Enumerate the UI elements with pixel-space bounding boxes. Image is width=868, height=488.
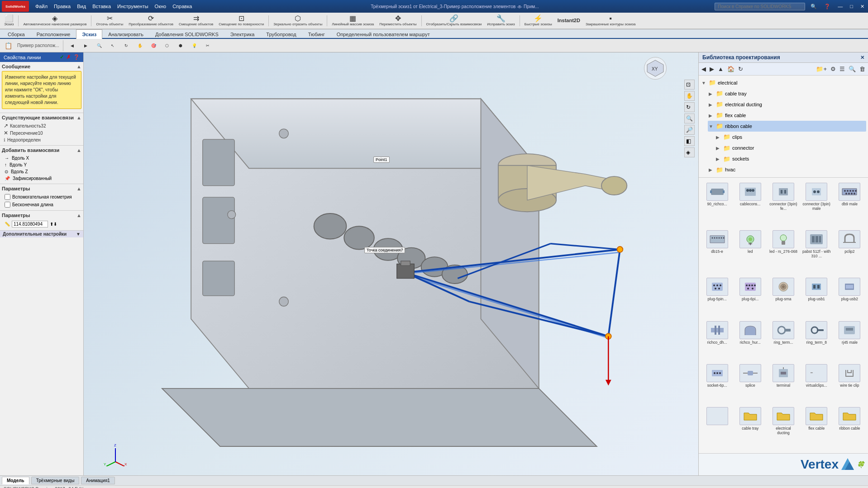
comp-pabst512f[interactable]: pabst 512f - with 310 ... — [801, 228, 832, 274]
comp-db9male[interactable]: db9 male — [834, 180, 865, 226]
convert-entities-button[interactable]: ⟳ Преобразование объектов — [126, 14, 176, 28]
lib-home-button[interactable]: 🏠 — [726, 64, 736, 74]
comp-led-rs[interactable]: led - rs_276-068 — [768, 228, 799, 274]
tab-routing[interactable]: Определенный пользователем маршрут — [331, 29, 436, 39]
rotate-button[interactable]: ↻ — [684, 102, 695, 112]
comp-terminal[interactable]: terminal — [768, 362, 799, 403]
menu-insert[interactable]: Вставка — [90, 3, 114, 10]
confirm-button[interactable]: ✓ — [60, 54, 64, 60]
infinite-length-checkbox[interactable] — [5, 202, 10, 208]
comp-flex-cable-folder[interactable]: flex cable — [801, 405, 832, 450]
param-value-input[interactable] — [12, 221, 48, 227]
tree-electrical-ducting[interactable]: ▶ 📁 electrical ducting — [708, 99, 866, 110]
menu-file[interactable]: Файл — [33, 3, 50, 10]
search-icon[interactable]: 🔍 — [809, 4, 819, 9]
tab-3d-views[interactable]: Трёхмерные виды — [31, 477, 80, 484]
menu-edit[interactable]: Правка — [51, 3, 73, 10]
add-relations-collapse[interactable]: ▲ — [76, 147, 81, 153]
tab-electrical[interactable]: Электрика — [224, 29, 261, 39]
vp-pan[interactable]: ✋ — [134, 42, 146, 49]
lib-search-button[interactable]: 🔍 — [847, 64, 857, 74]
cancel-button[interactable]: ✗ — [67, 54, 71, 60]
existing-relations-collapse[interactable]: ▲ — [76, 115, 81, 120]
linear-pattern-button[interactable]: ▦ Линейный массив эскиза — [329, 14, 376, 28]
feature-tree-toggle[interactable]: 📋 — [2, 41, 14, 51]
message-collapse[interactable]: ▲ — [76, 64, 81, 69]
minimize-button[interactable]: — — [836, 4, 844, 9]
comp-cable-tray-folder[interactable]: cable tray — [734, 405, 766, 450]
tree-connector[interactable]: ▶ 📁 connector — [715, 143, 866, 154]
viewport[interactable]: Point1 Точка соединения7 XY ⊡ ✋ ↻ 🔍 🔎 ◧ … — [84, 52, 698, 475]
along-x-item[interactable]: → Вдоль X — [2, 155, 81, 161]
comp-plug-usb2[interactable]: plug-usb2 — [834, 275, 865, 317]
tab-assembly[interactable]: Сборка — [2, 29, 31, 39]
comp-plug-usb1[interactable]: plug-usb1 — [801, 275, 832, 317]
tree-electrical[interactable]: ▼ 📁 electrical — [701, 77, 866, 88]
comp-led[interactable]: led — [734, 228, 766, 274]
comp-ring-term-8[interactable]: ring_term_8 — [801, 319, 832, 360]
comp-cablecons[interactable]: cablecons... — [734, 180, 766, 226]
comp-pclip2[interactable]: pclip2 — [834, 228, 865, 274]
smart-dimension-button[interactable]: ◈ Автоматическое нанесение размеров — [21, 14, 89, 28]
comp-electrical-ducting-folder[interactable]: electrical ducting — [768, 405, 799, 450]
extra-settings-section[interactable]: Дополнительные настройки ▼ — [0, 231, 83, 237]
tab-layout[interactable]: Расположение — [31, 29, 76, 39]
tree-hvac[interactable]: ▶ 📁 hvac — [708, 165, 866, 175]
help-icon[interactable]: ❓ — [822, 4, 832, 9]
help-panel-icon[interactable]: ❓ — [73, 54, 80, 60]
menu-view[interactable]: Вид — [74, 3, 89, 10]
tab-addons[interactable]: Добавления SOLIDWORKS — [149, 29, 224, 39]
comp-richco-dh[interactable]: richco_dh... — [701, 319, 733, 360]
params-collapse[interactable]: ▲ — [76, 186, 81, 191]
comp-plug5pin[interactable]: plug-5pin... — [701, 275, 733, 317]
vp-section[interactable]: ✂ — [201, 42, 214, 49]
library-close-icon[interactable]: ✕ — [860, 55, 864, 61]
extra-expand-icon[interactable]: ▼ — [76, 232, 81, 237]
vp-rotate[interactable]: ↻ — [120, 42, 133, 49]
help-search-input[interactable] — [715, 3, 805, 10]
tab-piping[interactable]: Трубопровод — [260, 29, 302, 39]
vp-next[interactable]: ▶ — [79, 42, 92, 49]
vp-3d[interactable]: 🎯 — [147, 42, 160, 49]
vp-lights[interactable]: 💡 — [188, 42, 200, 49]
lib-addlocation-button[interactable]: 📁+ — [815, 64, 828, 74]
along-z-item[interactable]: ⊙ Вдоль Z — [2, 168, 81, 175]
comp-plug6pin[interactable]: plug-6pi... — [734, 275, 766, 317]
tab-analyze[interactable]: Анализировать — [102, 29, 149, 39]
close-button[interactable]: ✕ — [858, 4, 866, 9]
lib-up-button[interactable]: ▲ — [716, 64, 725, 74]
menu-help[interactable]: Справка — [170, 3, 195, 10]
comp-90richco[interactable]: 90_richco... — [701, 180, 733, 226]
vp-zoom[interactable]: 🔍 — [93, 42, 105, 49]
comp-plug-sma[interactable]: plug-sma — [768, 275, 799, 317]
constraint-item-1[interactable]: ↗ Касательность32 — [2, 122, 81, 129]
along-y-item[interactable]: ↑ Вдоль Y — [2, 161, 81, 168]
tree-flex-cable[interactable]: ▶ 📁 flex cable — [708, 110, 866, 121]
pan-button[interactable]: ✋ — [684, 91, 695, 101]
comp-db15e[interactable]: db15-e — [701, 228, 733, 274]
constraint-item-2[interactable]: ✕ Пересечение10 — [2, 129, 81, 137]
comp-ribbon-cable-folder[interactable]: ribbon cable — [834, 405, 865, 450]
filled-sketch-button[interactable]: ▪ Закрашенные контуры эскиза — [583, 14, 638, 28]
zoom-in-button[interactable]: 🔍 — [684, 114, 695, 123]
show-relations-button[interactable]: 🔗 Отобразить/Скрыть взаимосвязи — [424, 14, 484, 28]
vp-shaded[interactable]: ⬢ — [174, 42, 187, 49]
lib-settings-button[interactable]: ⚙ — [829, 64, 837, 74]
instant2d-button[interactable]: Instant2D — [555, 17, 582, 24]
move-entities-button[interactable]: ✥ Переместить объекты — [377, 14, 419, 28]
rapid-sketch-button[interactable]: ⚡ Быстрые эскизы — [522, 14, 554, 28]
tab-model[interactable]: Модель — [2, 477, 29, 484]
comp-splice[interactable]: splice — [734, 362, 766, 403]
vp-select[interactable]: ↖ — [106, 42, 119, 49]
comp-socket6p[interactable]: socket-6p... — [701, 362, 733, 403]
mirror-button[interactable]: ⬡ Зеркально отразить объекты — [271, 14, 324, 28]
fixed-item[interactable]: 📌 Зафиксированный — [2, 175, 81, 182]
trim-entities-button[interactable]: ✂ Отсечь объекты — [94, 14, 125, 28]
tab-animation[interactable]: Анимация1 — [81, 477, 115, 484]
tree-clips[interactable]: ▶ 📁 clips — [715, 132, 866, 142]
comp-rj45male[interactable]: rj45 male — [834, 319, 865, 360]
offset-button[interactable]: ⇉ Смещение объектов — [176, 14, 215, 28]
lib-forward-button[interactable]: ▶ — [708, 64, 715, 74]
lib-view-button[interactable]: ☰ — [838, 64, 846, 74]
comp-connector3pin-fe[interactable]: connector (3pin) fe... — [768, 180, 799, 226]
